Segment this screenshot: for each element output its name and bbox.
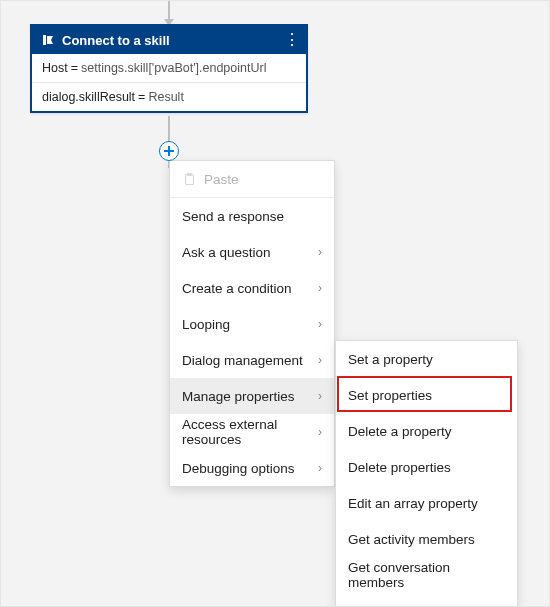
row-val: Result (148, 90, 183, 104)
chevron-right-icon: › (318, 425, 322, 439)
submenu-item-delete-properties[interactable]: Delete properties (336, 449, 517, 485)
menu-item-send-a-response[interactable]: Send a response (170, 198, 334, 234)
chevron-right-icon: › (318, 461, 322, 475)
menu-label: Get conversation members (348, 560, 505, 590)
submenu-item-get-activity-members[interactable]: Get activity members (336, 521, 517, 557)
skill-node[interactable]: Connect to a skill ⋮ Host = settings.ski… (30, 24, 308, 113)
menu-label: Get activity members (348, 532, 505, 547)
node-row-result[interactable]: dialog.skillResult = Result (32, 83, 306, 111)
menu-label: Debugging options (182, 461, 318, 476)
menu-label: Set properties (348, 388, 505, 403)
paste-icon (182, 172, 196, 186)
node-header[interactable]: Connect to a skill ⋮ (32, 26, 306, 54)
flow-arrow-in (168, 1, 170, 24)
menu-label: Dialog management (182, 353, 318, 368)
flow-arrow-out (168, 116, 170, 144)
row-key: dialog.skillResult (42, 90, 135, 104)
node-more-icon[interactable]: ⋮ (280, 32, 300, 48)
menu-label: Ask a question (182, 245, 318, 260)
svg-rect-1 (164, 150, 174, 152)
skill-icon (40, 32, 56, 48)
menu-label: Delete properties (348, 460, 505, 475)
menu-label: Edit an array property (348, 496, 505, 511)
menu-label: Set a property (348, 352, 505, 367)
row-eq: = (71, 61, 78, 75)
submenu-item-delete-a-property[interactable]: Delete a property (336, 413, 517, 449)
row-val: settings.skill['pvaBot'].endpointUrl (81, 61, 266, 75)
menu-item-debugging-options[interactable]: Debugging options › (170, 450, 334, 486)
submenu-item-update-activity[interactable]: Update activity (336, 593, 517, 607)
row-eq: = (138, 90, 145, 104)
menu-label: Looping (182, 317, 318, 332)
menu-label: Paste (204, 172, 322, 187)
actions-context-menu: Paste Send a response Ask a question › C… (169, 160, 335, 487)
menu-item-dialog-management[interactable]: Dialog management › (170, 342, 334, 378)
menu-label: Delete a property (348, 424, 505, 439)
chevron-right-icon: › (318, 317, 322, 331)
manage-properties-submenu: Set a property Set properties Delete a p… (335, 340, 518, 607)
menu-label: Send a response (182, 209, 322, 224)
menu-label: Manage properties (182, 389, 318, 404)
menu-item-access-external-resources[interactable]: Access external resources › (170, 414, 334, 450)
menu-label: Access external resources (182, 417, 318, 447)
menu-item-manage-properties[interactable]: Manage properties › (170, 378, 334, 414)
submenu-item-edit-an-array-property[interactable]: Edit an array property (336, 485, 517, 521)
menu-label: Create a condition (182, 281, 318, 296)
menu-label: Update activity (348, 604, 505, 608)
chevron-right-icon: › (318, 281, 322, 295)
node-row-host[interactable]: Host = settings.skill['pvaBot'].endpoint… (32, 54, 306, 83)
submenu-item-get-conversation-members[interactable]: Get conversation members (336, 557, 517, 593)
chevron-right-icon: › (318, 389, 322, 403)
menu-item-create-a-condition[interactable]: Create a condition › (170, 270, 334, 306)
chevron-right-icon: › (318, 245, 322, 259)
node-title: Connect to a skill (62, 33, 280, 48)
menu-item-ask-a-question[interactable]: Ask a question › (170, 234, 334, 270)
menu-item-looping[interactable]: Looping › (170, 306, 334, 342)
submenu-item-set-properties[interactable]: Set properties (336, 377, 517, 413)
menu-item-paste: Paste (170, 161, 334, 197)
add-action-button[interactable] (159, 141, 179, 161)
chevron-right-icon: › (318, 353, 322, 367)
submenu-item-set-a-property[interactable]: Set a property (336, 341, 517, 377)
row-key: Host (42, 61, 68, 75)
